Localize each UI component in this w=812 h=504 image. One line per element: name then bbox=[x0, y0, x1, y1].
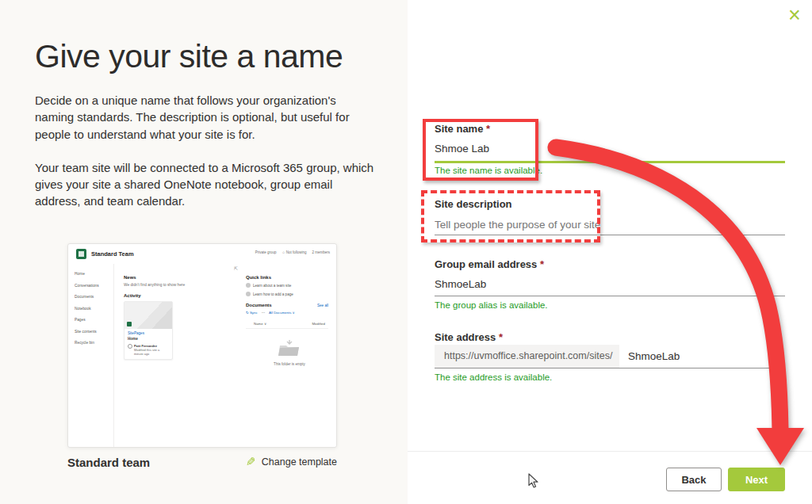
required-asterisk: * bbox=[540, 258, 544, 270]
preview-nav-item: Conversations bbox=[75, 284, 113, 288]
preview-nav-item: Notebook bbox=[75, 307, 113, 311]
group-email-input[interactable] bbox=[435, 278, 768, 290]
preview-nav-item: Documents bbox=[75, 295, 113, 299]
preview-main-column: ⇱ News We didn't find anything to show h… bbox=[114, 264, 243, 448]
preview-privacy-label: Private group bbox=[255, 250, 277, 254]
site-name-underline bbox=[435, 161, 785, 163]
site-address-label: Site address * bbox=[435, 331, 503, 343]
activity-library-link: SitePages bbox=[128, 331, 169, 335]
site-description-underline bbox=[435, 235, 785, 235]
template-preview: Standard Team Private group ☆ Not follow… bbox=[67, 243, 337, 448]
site-address-input[interactable] bbox=[628, 350, 779, 362]
left-info-panel: Give your site a name Decide on a unique… bbox=[0, 0, 408, 504]
activity-thumbnail bbox=[124, 302, 172, 329]
quick-links-title: Quick links bbox=[246, 275, 328, 280]
expand-icon: ⇱ bbox=[234, 265, 238, 271]
preview-body: Home Conversations Documents Notebook Pa… bbox=[68, 264, 336, 448]
template-name: Standard team bbox=[67, 456, 150, 469]
documents-title: Documents bbox=[246, 303, 272, 307]
preview-site-title: Standard Team bbox=[91, 250, 134, 258]
group-email-label: Group email address * bbox=[435, 258, 544, 270]
intro-paragraph-2: Your team site will be connected to a Mi… bbox=[35, 159, 377, 210]
preview-nav-item: Recycle bin bbox=[75, 341, 113, 345]
create-site-dialog: Give your site a name Decide on a unique… bbox=[0, 0, 812, 504]
column-name: Name ∨ bbox=[254, 322, 266, 326]
required-asterisk: * bbox=[499, 331, 503, 343]
close-icon[interactable]: × bbox=[783, 5, 806, 27]
more-icon: ⋯ bbox=[262, 311, 265, 315]
preview-news-empty: We didn't find anything to show here bbox=[124, 283, 236, 287]
preview-nav-item: Pages bbox=[75, 318, 113, 322]
view-selector: All Documents ∨ bbox=[269, 311, 295, 315]
required-asterisk: * bbox=[486, 123, 490, 135]
pencil-icon: ✎ bbox=[246, 455, 256, 469]
preview-following-label: ☆ Not following bbox=[282, 250, 306, 254]
back-button[interactable]: Back bbox=[666, 468, 722, 491]
change-template-label: Change template bbox=[262, 456, 337, 468]
folder-empty-label: This folder is empty bbox=[243, 362, 336, 366]
preview-members-label: 2 members bbox=[312, 250, 330, 254]
preview-nav-item: Site contents bbox=[75, 330, 113, 334]
preview-activity-card: SitePages Home Patti Fernandez Modified … bbox=[124, 301, 173, 360]
site-name-label: Site name * bbox=[435, 123, 490, 135]
avatar bbox=[128, 344, 132, 349]
preview-news-title: News bbox=[124, 275, 236, 280]
change-template-button[interactable]: ✎ Change template bbox=[246, 455, 337, 469]
empty-folder-icon bbox=[278, 340, 301, 357]
next-button[interactable]: Next bbox=[728, 468, 785, 491]
site-name-status: The site name is available. bbox=[435, 166, 542, 175]
preview-nav: Home Conversations Documents Notebook Pa… bbox=[68, 264, 114, 448]
sync-button: ↻ Sync bbox=[246, 311, 258, 315]
site-name-input[interactable] bbox=[435, 143, 768, 155]
see-all-link: See all bbox=[317, 304, 328, 307]
quick-link-icon bbox=[246, 283, 251, 288]
preview-right-column: Quick links Learn about a team site Lear… bbox=[243, 264, 336, 448]
preview-header-meta: Private group ☆ Not following 2 members bbox=[255, 250, 330, 254]
site-address-status: The site address is available. bbox=[435, 372, 552, 382]
quick-link-1: Learn about a team site bbox=[253, 284, 291, 288]
site-description-label: Site description bbox=[435, 198, 512, 210]
group-email-underline bbox=[435, 296, 785, 296]
sharepoint-chip-icon bbox=[127, 322, 132, 326]
activity-page-name: Home bbox=[128, 337, 169, 341]
group-email-status: The group alias is available. bbox=[435, 300, 548, 310]
site-address-prefix: https://uvmoffice.sharepoint.com/sites/ bbox=[435, 345, 619, 368]
quick-link-icon bbox=[246, 292, 251, 296]
preview-site-header: Standard Team Private group ☆ Not follow… bbox=[68, 244, 336, 264]
quick-link-2: Learn how to add a page bbox=[253, 292, 293, 296]
footer-divider bbox=[408, 451, 812, 452]
site-logo-icon bbox=[76, 249, 86, 259]
site-form-panel: × Site name * The site name is available… bbox=[408, 0, 812, 504]
site-address-underline bbox=[435, 368, 785, 368]
site-description-input[interactable] bbox=[435, 219, 776, 231]
column-modified: Modified bbox=[312, 322, 325, 326]
preview-activity-title: Activity bbox=[124, 293, 236, 298]
page-title: Give your site a name bbox=[35, 38, 343, 75]
intro-text: Decide on a unique name that follows you… bbox=[35, 92, 377, 210]
preview-nav-item: Home bbox=[75, 272, 113, 276]
activity-user-detail: Modified this site a minute ago bbox=[134, 348, 159, 356]
intro-paragraph-1: Decide on a unique name that follows you… bbox=[35, 92, 377, 143]
